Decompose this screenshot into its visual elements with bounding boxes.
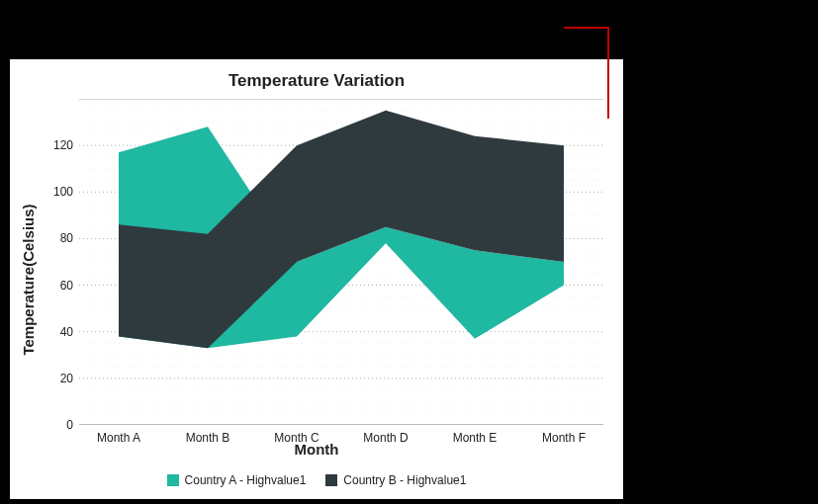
legend: Country A - Highvalue1Country B - Highva… [10,473,623,489]
x-axis-label: Month [10,441,623,458]
y-tick: 0 [66,418,79,432]
y-tick: 100 [53,185,79,199]
legend-item[interactable]: Country B - Highvalue1 [325,473,466,487]
legend-label: Country B - Highvalue1 [343,473,466,487]
chart-panel: Temperature Variation Temperature(Celsiu… [10,59,623,499]
y-tick: 20 [60,372,79,385]
y-tick: 120 [53,138,79,152]
plot-area: 020406080100120Month AMonth BMonth CMont… [79,99,603,425]
legend-label: Country A - Highvalue1 [185,473,307,487]
legend-swatch [167,474,179,486]
y-tick: 40 [60,325,79,339]
y-tick: 80 [60,231,79,245]
y-tick: 60 [60,279,79,293]
chart-title: Temperature Variation [10,71,623,91]
legend-item[interactable]: Country A - Highvalue1 [167,473,307,487]
y-axis-label: Temperature(Celsius) [20,204,37,355]
legend-swatch [325,474,337,486]
